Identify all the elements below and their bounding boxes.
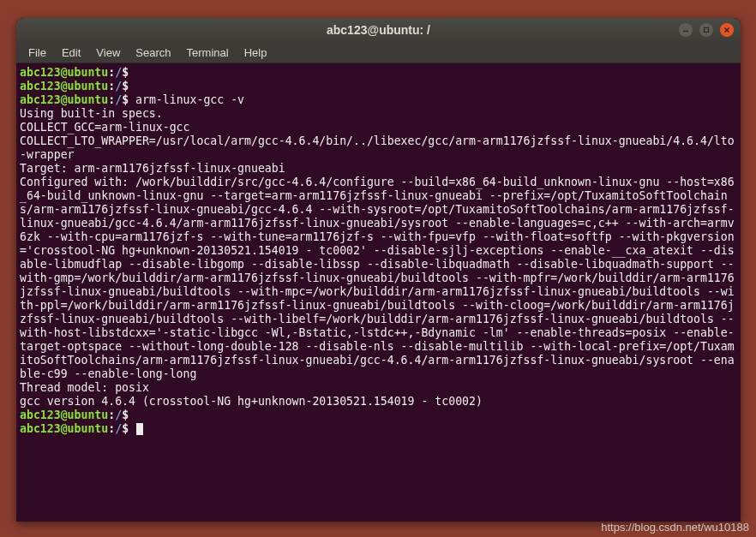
menubar: File Edit View Search Terminal Help [16, 42, 741, 63]
window-title: abc123@ubuntu: / [327, 23, 430, 37]
prompt-sep: : [108, 409, 115, 421]
terminal-window: abc123@ubuntu: / File Edit View Search T… [16, 18, 741, 522]
prompt-path: / [115, 80, 122, 92]
prompt-path: / [115, 422, 122, 435]
titlebar[interactable]: abc123@ubuntu: / [16, 18, 741, 42]
output-line: COLLECT_LTO_WRAPPER=/usr/local/arm/gcc-4… [20, 134, 735, 161]
prompt-path: / [115, 409, 122, 421]
prompt-path: / [115, 66, 122, 79]
menu-terminal[interactable]: Terminal [180, 45, 236, 61]
prompt-sep: : [108, 422, 115, 435]
command-text: arm-linux-gcc -v [135, 93, 244, 106]
terminal-output[interactable]: abc123@ubuntu:/$ abc123@ubuntu:/$ abc123… [16, 63, 741, 522]
output-line: Target: arm-arm1176jzfssf-linux-gnueabi [20, 162, 285, 175]
menu-file[interactable]: File [21, 45, 53, 61]
prompt-symbol: $ [122, 80, 129, 92]
maximize-button[interactable] [699, 23, 713, 37]
output-line: gcc version 4.6.4 (crosstool-NG hg+unkno… [20, 395, 483, 408]
prompt-symbol: $ [122, 409, 129, 421]
prompt-user-host: abc123@ubuntu [20, 422, 108, 435]
cursor [136, 423, 143, 435]
maximize-icon [703, 27, 710, 33]
output-line: COLLECT_GCC=arm-linux-gcc [20, 121, 190, 134]
prompt-sep: : [108, 80, 115, 92]
svg-rect-1 [705, 28, 709, 33]
prompt-symbol: $ [122, 66, 129, 79]
prompt-user-host: abc123@ubuntu [20, 93, 108, 106]
output-line: Using built-in specs. [20, 107, 163, 120]
prompt-symbol: $ [122, 422, 129, 435]
minimize-button[interactable] [679, 23, 693, 37]
output-line: Configured with: /work/builddir/src/gcc-… [20, 176, 735, 380]
close-icon [723, 27, 730, 33]
close-button[interactable] [720, 23, 734, 37]
menu-help[interactable]: Help [237, 45, 274, 61]
minimize-icon [682, 27, 689, 33]
window-controls [679, 23, 734, 37]
prompt-user-host: abc123@ubuntu [20, 409, 108, 421]
prompt-sep: : [108, 93, 115, 106]
watermark: https://blog.csdn.net/wu10188 [601, 521, 749, 534]
menu-view[interactable]: View [89, 45, 127, 61]
menu-search[interactable]: Search [129, 45, 177, 61]
prompt-user-host: abc123@ubuntu [20, 66, 108, 79]
prompt-sep: : [108, 66, 115, 79]
menu-edit[interactable]: Edit [55, 45, 87, 61]
prompt-user-host: abc123@ubuntu [20, 80, 108, 92]
output-line: Thread model: posix [20, 381, 149, 394]
prompt-symbol: $ [122, 93, 129, 106]
prompt-path: / [115, 93, 122, 106]
